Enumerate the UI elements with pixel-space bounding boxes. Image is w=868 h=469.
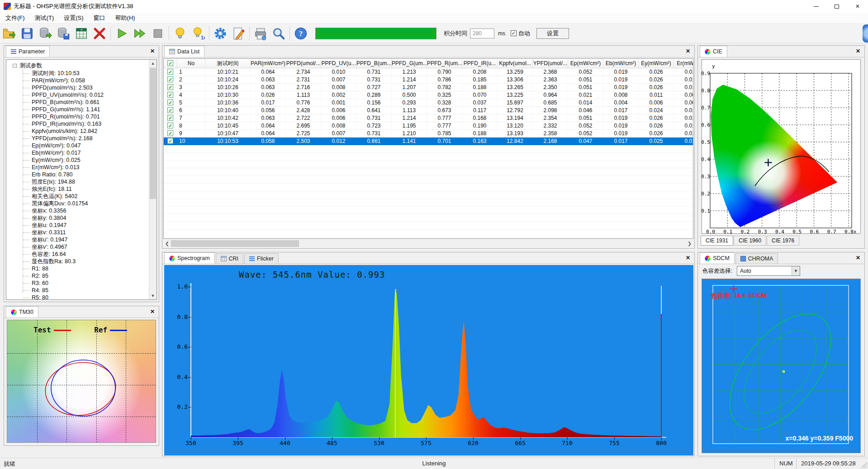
- save-button[interactable]: [18, 25, 36, 42]
- tree-item[interactable]: Erb Ratio: 0.780: [9, 171, 147, 178]
- tree-root-node[interactable]: -测试参数: [9, 62, 147, 70]
- row-checkbox-cell[interactable]: ✓: [164, 91, 177, 99]
- delete-button[interactable]: [90, 25, 109, 42]
- checkbox-checked-icon[interactable]: ✓: [167, 130, 173, 136]
- column-header[interactable]: PPFD_R(um...: [427, 59, 462, 68]
- tab-tm30[interactable]: TM30: [6, 306, 38, 317]
- menu-item[interactable]: 文件(F): [1, 13, 29, 24]
- row-checkbox-cell[interactable]: ✓: [164, 114, 177, 122]
- export-database-button[interactable]: [36, 25, 54, 42]
- column-header[interactable]: Er(mW/cm²): [674, 59, 693, 68]
- column-header[interactable]: Ey(mW/cm²): [639, 59, 674, 68]
- tree-collapse-icon[interactable]: -: [13, 64, 17, 68]
- tree-item[interactable]: Kppfv(umol/s/klm): 12.842: [9, 128, 147, 135]
- column-header[interactable]: PPFD_G(um...: [392, 59, 427, 68]
- row-checkbox-cell[interactable]: ✓: [164, 130, 177, 137]
- subtab-cie-1976[interactable]: CIE 1976: [767, 236, 799, 246]
- row-checkbox-cell[interactable]: ✓: [164, 68, 177, 76]
- tree-item[interactable]: 测试时间: 10:10:53: [9, 70, 147, 77]
- tree-item[interactable]: 照度E(lx): 194.88: [9, 178, 147, 185]
- menu-item[interactable]: 设置(S): [59, 13, 88, 24]
- tab-flicker[interactable]: Flicker: [244, 253, 279, 264]
- table-row[interactable]: ✓310:10:260.0632.7160.0080.7271.2070.782…: [164, 84, 693, 91]
- tree-item[interactable]: PPFD_B(umol/m²/s): 0.661: [9, 99, 147, 106]
- minimize-button[interactable]: [806, 0, 826, 13]
- checkbox-checked-icon[interactable]: ✓: [167, 138, 173, 144]
- scrollbar-thumb[interactable]: [171, 240, 299, 247]
- menu-item[interactable]: 窗口: [89, 13, 110, 24]
- column-header[interactable]: PPFD_B(um...: [356, 59, 392, 68]
- integration-time-input[interactable]: [470, 28, 494, 38]
- column-header[interactable]: PPFD_UV(u...: [321, 59, 356, 68]
- menu-item[interactable]: 测试(T): [30, 13, 59, 24]
- column-header[interactable]: PAR(mW/cm²): [251, 59, 286, 68]
- checkbox-checked-icon[interactable]: ✓: [167, 123, 173, 128]
- resize-grip[interactable]: [861, 462, 867, 468]
- checkbox-checked-icon[interactable]: ✓: [167, 76, 173, 82]
- scroll-up-icon[interactable]: ▲: [149, 60, 157, 67]
- tree-item[interactable]: R2: 85: [9, 272, 147, 280]
- checkbox-checked-icon[interactable]: ✓: [167, 92, 173, 98]
- row-checkbox-cell[interactable]: ✓: [164, 99, 177, 106]
- close-panel-icon[interactable]: ✕: [149, 47, 156, 55]
- tree-item[interactable]: 坐标y: 0.3804: [9, 214, 147, 222]
- close-panel-icon[interactable]: ✕: [854, 47, 862, 55]
- scroll-down-icon[interactable]: ▼: [149, 292, 157, 299]
- tree-item[interactable]: 坐标x: 0.3356: [9, 207, 147, 214]
- tree-item[interactable]: PPFD_UV(umol/m²/s): 0.012: [9, 91, 147, 99]
- open-button[interactable]: [0, 25, 18, 42]
- row-checkbox-cell[interactable]: ✓: [164, 122, 177, 129]
- row-checkbox-cell[interactable]: ✓: [164, 107, 177, 114]
- column-header[interactable]: PPFD(umol/...: [286, 59, 321, 68]
- excel-export-button[interactable]: X: [72, 25, 90, 42]
- help-button[interactable]: ?: [292, 25, 310, 42]
- checkbox-checked-icon[interactable]: ✓: [167, 107, 173, 113]
- tree-item[interactable]: Ep(mW/cm²): 0.047: [9, 142, 147, 149]
- lamp-button[interactable]: [171, 25, 189, 42]
- row-checkbox-cell[interactable]: ✓: [164, 137, 177, 145]
- tree-item[interactable]: R3: 60: [9, 280, 147, 287]
- tree-item[interactable]: PPFD_IR(umol/m²/s): 0.163: [9, 120, 147, 128]
- edit-button[interactable]: [229, 25, 247, 42]
- column-header[interactable]: Eb(mW/cm²): [603, 59, 639, 68]
- table-row[interactable]: ✓110:10:210.0642.7340.0100.7311.2130.790…: [164, 68, 693, 76]
- tab-cri[interactable]: CRI: [216, 253, 244, 264]
- tree-item[interactable]: 坐标v': 0.4967: [9, 243, 147, 251]
- tree-item[interactable]: Eb(mW/cm²): 0.017: [9, 149, 147, 156]
- tree-item[interactable]: PPFD(umol/m²/s): 2.503: [9, 84, 147, 91]
- close-panel-icon[interactable]: ✕: [854, 254, 862, 261]
- row-checkbox-cell[interactable]: ✓: [164, 84, 177, 91]
- settings-gear-button[interactable]: [211, 25, 229, 42]
- column-header[interactable]: No: [177, 59, 205, 68]
- column-header[interactable]: PPFD_IR(u...: [462, 59, 498, 68]
- tree-item[interactable]: PPFD_R(umol/m²/s): 0.701: [9, 113, 147, 120]
- scroll-left-icon[interactable]: ❮: [163, 240, 171, 247]
- close-panel-icon[interactable]: ✕: [684, 47, 692, 55]
- tab-data-list[interactable]: Data List: [164, 46, 204, 57]
- table-row[interactable]: ✓210:10:240.0632.7310.0070.7311.2140.786…: [164, 76, 693, 84]
- checkbox-checked-icon[interactable]: ✓: [167, 115, 173, 121]
- close-panel-icon[interactable]: ✕: [149, 308, 156, 315]
- tab-spectrogram[interactable]: Spectrogram: [164, 252, 215, 264]
- tree-item[interactable]: R1: 88: [9, 265, 147, 272]
- stop-button[interactable]: [149, 25, 167, 42]
- subtab-cie-1931[interactable]: CIE 1931: [701, 236, 733, 246]
- checkbox-checked-icon[interactable]: ✓: [167, 84, 173, 90]
- tree-item[interactable]: Ey(mW/cm²): 0.025: [9, 156, 147, 164]
- scrollbar-thumb[interactable]: [150, 68, 156, 199]
- tree-item[interactable]: R4: 85: [9, 287, 147, 294]
- run-button[interactable]: [113, 25, 131, 42]
- tree-item[interactable]: 坐标u: 0.1947: [9, 222, 147, 229]
- tree-item[interactable]: 黑体偏离Duv: 0.01754: [9, 200, 147, 207]
- checkbox-checked-icon[interactable]: ✓: [167, 69, 173, 75]
- auto-checkbox[interactable]: ✓自动: [511, 29, 530, 38]
- save-database-button[interactable]: [54, 25, 72, 42]
- tab-parameter[interactable]: Parameter: [6, 46, 50, 57]
- settings-button[interactable]: 设置: [536, 28, 569, 39]
- tree-item[interactable]: Er(mW/cm²): 0.013: [9, 164, 147, 171]
- scroll-right-icon[interactable]: ❯: [686, 240, 693, 247]
- tree-item[interactable]: 相关色温(K): 5402: [9, 193, 147, 200]
- close-button[interactable]: ✕: [847, 0, 868, 13]
- tree-item[interactable]: 色容差: 16.64: [9, 251, 147, 258]
- vertical-scrollbar[interactable]: ▲ ▼: [149, 60, 157, 299]
